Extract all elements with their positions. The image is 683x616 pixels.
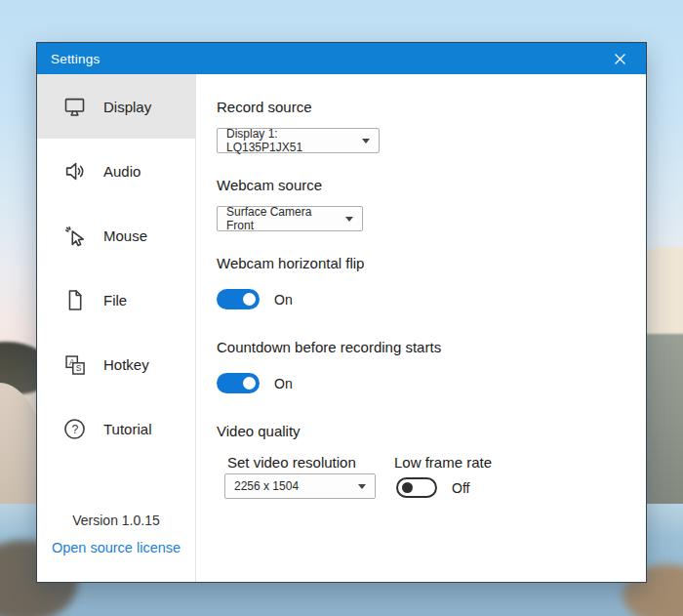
sidebar-item-label: Tutorial (103, 421, 151, 437)
sidebar-item-tutorial[interactable]: ? Tutorial (37, 396, 195, 461)
svg-text:S: S (76, 363, 82, 373)
desktop-wallpaper: Settings Display (0, 0, 683, 616)
settings-window: Settings Display (36, 42, 647, 583)
video-resolution-value: 2256 x 1504 (234, 479, 299, 493)
sidebar-item-mouse[interactable]: Mouse (37, 203, 195, 267)
low-frame-rate-state: Off (452, 480, 469, 496)
titlebar[interactable]: Settings (37, 43, 646, 74)
settings-panel: Record source Display 1: LQ135P1JX51 Web… (196, 74, 646, 582)
chevron-down-icon (358, 484, 366, 489)
webcam-flip-label: Webcam horizontal flip (217, 255, 364, 271)
video-resolution-dropdown[interactable]: 2256 x 1504 (224, 473, 376, 499)
toggle-knob (243, 293, 256, 306)
countdown-toggle[interactable] (217, 373, 260, 393)
sidebar-item-label: Hotkey (103, 356, 149, 373)
record-source-label: Record source (217, 99, 312, 115)
sidebar-item-label: Display (103, 99, 151, 115)
speaker-icon (61, 158, 88, 185)
webcam-source-dropdown[interactable]: Surface Camera Front (217, 206, 363, 231)
webcam-source-value: Surface Camera Front (226, 205, 336, 232)
sidebar: Display Audio Mouse (37, 74, 196, 582)
version-text: Version 1.0.15 (37, 513, 195, 528)
video-resolution-label: Set video resolution (227, 454, 356, 471)
chevron-down-icon (345, 217, 353, 222)
cursor-icon (61, 223, 88, 249)
close-button[interactable] (609, 48, 630, 69)
sidebar-item-file[interactable]: File (37, 267, 195, 332)
low-frame-rate-toggle[interactable] (396, 477, 437, 498)
hotkey-icon: A S (61, 351, 88, 378)
record-source-dropdown[interactable]: Display 1: LQ135P1JX51 (217, 128, 380, 153)
countdown-state: On (274, 376, 293, 391)
sidebar-item-hotkey[interactable]: A S Hotkey (37, 332, 195, 396)
sidebar-item-display[interactable]: Display (37, 74, 195, 139)
open-source-license-link[interactable]: Open source license (37, 540, 195, 555)
window-title: Settings (51, 52, 609, 66)
webcam-flip-state: On (274, 292, 293, 308)
video-quality-label: Video quality (217, 423, 301, 439)
record-source-value: Display 1: LQ135P1JX51 (226, 127, 352, 154)
svg-text:?: ? (72, 423, 79, 436)
close-icon (614, 53, 626, 65)
sidebar-item-label: Audio (103, 163, 141, 180)
countdown-label: Countdown before recording starts (217, 339, 441, 355)
sidebar-item-label: File (103, 292, 127, 308)
question-icon: ? (61, 416, 88, 442)
low-frame-rate-label: Low frame rate (394, 454, 492, 471)
chevron-down-icon (362, 139, 370, 144)
sidebar-item-audio[interactable]: Audio (37, 139, 195, 203)
sidebar-item-label: Mouse (103, 227, 147, 244)
webcam-source-label: Webcam source (217, 177, 322, 193)
toggle-knob (402, 482, 413, 493)
file-icon (61, 287, 88, 313)
toggle-knob (243, 377, 256, 390)
monitor-icon (61, 94, 88, 120)
webcam-flip-toggle[interactable] (217, 289, 260, 309)
